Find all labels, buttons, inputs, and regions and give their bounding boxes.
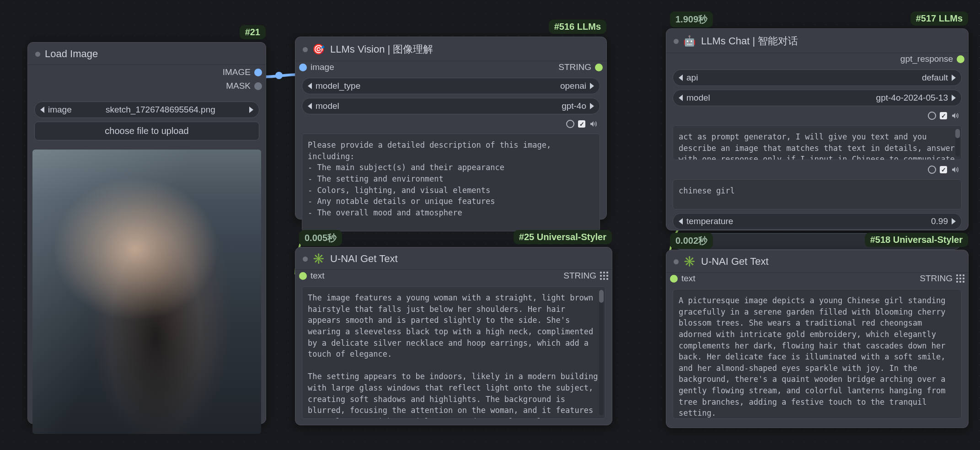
output-label: IMAGE (223, 67, 251, 77)
chevron-left-icon[interactable] (40, 107, 44, 113)
port-text-in[interactable] (670, 275, 678, 283)
node-badge: #517 LLMs (910, 11, 968, 26)
speaker-icon[interactable] (589, 120, 597, 128)
chevron-left-icon[interactable] (679, 218, 683, 225)
port-mask-out[interactable] (254, 82, 262, 90)
node-badge: #516 LLMs (549, 20, 606, 34)
speaker-icon[interactable] (951, 112, 959, 120)
file-selector[interactable]: image sketch_1726748695564.png (34, 102, 259, 118)
collapse-dot[interactable] (35, 52, 40, 57)
node-badge: #518 Universal-Styler (865, 233, 968, 247)
chevron-right-icon[interactable] (952, 75, 956, 81)
timing-badge: 1.909秒 (670, 11, 713, 27)
sparkle-icon: ✳️ (683, 256, 696, 268)
timing-badge: 0.005秒 (299, 230, 342, 246)
upload-button[interactable]: choose file to upload (34, 122, 259, 140)
image-preview (32, 150, 261, 434)
checkbox-icon[interactable]: ✓ (940, 166, 947, 173)
node-get-text-25[interactable]: 0.005秒 #25 Universal-Styler ✳️ U-NAI Get… (295, 247, 612, 425)
grid-dots-icon[interactable] (600, 272, 608, 280)
chevron-left-icon[interactable] (679, 75, 683, 81)
widget-model-type[interactable]: model_type openai (302, 78, 600, 94)
circle-icon[interactable] (566, 120, 574, 128)
chevron-right-icon[interactable] (590, 83, 594, 89)
collapse-dot[interactable] (303, 257, 308, 262)
chevron-right-icon[interactable] (249, 107, 253, 113)
output-label: MASK (226, 81, 251, 91)
widget-model[interactable]: model gpt-4o-2024-05-13 (673, 90, 962, 106)
collapse-dot[interactable] (674, 259, 679, 264)
circle-icon[interactable] (928, 112, 936, 120)
collapse-dot[interactable] (674, 39, 679, 44)
node-title: LLMs Chat | 智能对话 (701, 34, 798, 48)
node-title: U-NAI Get Text (330, 253, 398, 265)
scrollbar[interactable] (599, 290, 604, 415)
node-llms-vision[interactable]: #516 LLMs 🎯 LLMs Vision | 图像理解 image STR… (295, 37, 607, 220)
chevron-left-icon[interactable] (679, 95, 683, 101)
checkbox-icon[interactable]: ✓ (578, 120, 585, 128)
node-badge: #25 Universal-Styler (514, 230, 612, 244)
timing-badge: 0.002秒 (670, 233, 713, 249)
node-load-image[interactable]: #21 Load Image IMAGE MASK image sketch_1… (27, 42, 266, 424)
port-response-out[interactable] (957, 55, 964, 63)
node-title: LLMs Vision | 图像理解 (330, 43, 433, 56)
node-get-text-518[interactable]: 0.002秒 #518 Universal-Styler ✳️ U-NAI Ge… (666, 250, 969, 428)
chevron-right-icon[interactable] (590, 103, 594, 109)
scrollbar[interactable] (955, 129, 960, 156)
circle-icon[interactable] (928, 166, 936, 174)
node-badge: #21 (240, 25, 266, 39)
port-image-out[interactable] (254, 69, 262, 76)
widget-temperature[interactable]: temperature 0.99 (673, 213, 962, 230)
chevron-left-icon[interactable] (308, 83, 312, 89)
target-icon: 🎯 (312, 43, 325, 55)
system-prompt-textarea[interactable]: act as prompt generator, I will give you… (673, 125, 962, 160)
checkbox-icon[interactable]: ✓ (940, 112, 947, 119)
scrollbar-thumb[interactable] (955, 129, 960, 138)
user-prompt-textarea[interactable]: chinese girl (673, 179, 962, 209)
widget-model[interactable]: model gpt-4o (302, 98, 600, 114)
output-textarea[interactable]: A picturesque image depicts a young Chin… (673, 289, 962, 419)
output-textarea[interactable]: The image features a young woman with a … (302, 286, 605, 419)
node-title: Load Image (45, 48, 98, 60)
scrollbar-thumb[interactable] (599, 290, 604, 303)
speaker-icon[interactable] (951, 166, 959, 174)
port-image-in[interactable] (299, 64, 307, 71)
chevron-right-icon[interactable] (952, 95, 956, 101)
widget-api[interactable]: api default (673, 70, 962, 86)
sparkle-icon: ✳️ (312, 253, 325, 265)
node-llms-chat[interactable]: 1.909秒 #517 LLMs 🤖 LLMs Chat | 智能对话 gpt_… (666, 28, 969, 230)
prompt-textarea[interactable]: Please provide a detailed description of… (302, 134, 600, 231)
port-string-out[interactable] (595, 64, 603, 71)
port-text-in[interactable] (299, 272, 307, 280)
node-title: U-NAI Get Text (701, 256, 769, 268)
collapse-dot[interactable] (303, 47, 308, 52)
robot-icon: 🤖 (683, 35, 696, 47)
grid-dots-icon[interactable] (956, 274, 964, 283)
chevron-left-icon[interactable] (308, 103, 312, 109)
chevron-right-icon[interactable] (952, 218, 956, 225)
